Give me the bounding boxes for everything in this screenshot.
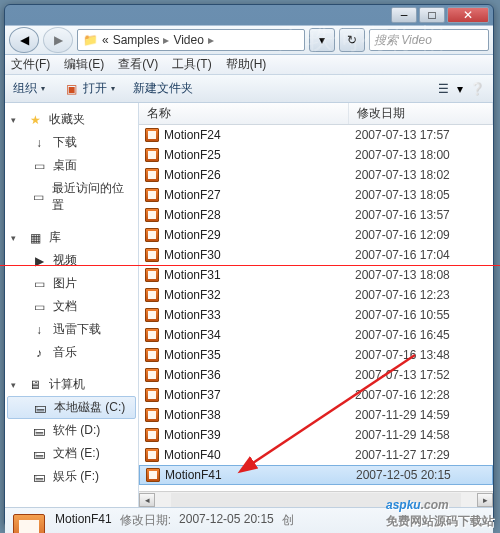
tree-item[interactable]: ▶视频 <box>5 249 138 272</box>
file-icon <box>146 468 160 482</box>
file-row[interactable]: MotionF342007-07-16 16:45 <box>139 325 493 345</box>
file-date: 2007-11-29 14:59 <box>349 408 493 422</box>
file-row[interactable]: MotionF332007-07-16 10:55 <box>139 305 493 325</box>
item-icon: ↓ <box>31 322 47 338</box>
tree-item[interactable]: ▭文档 <box>5 295 138 318</box>
file-icon <box>145 268 159 282</box>
menu-edit[interactable]: 编辑(E) <box>64 56 104 73</box>
breadcrumb[interactable]: « <box>102 33 109 47</box>
tree-group[interactable]: ▾▦库 <box>5 225 138 249</box>
file-name: MotionF38 <box>164 408 221 422</box>
col-name[interactable]: 名称 <box>139 103 349 124</box>
tree-item[interactable]: 🖴软件 (D:) <box>5 419 138 442</box>
organize-button[interactable]: 组织▾ <box>13 80 45 97</box>
file-name: MotionF30 <box>164 248 221 262</box>
file-icon <box>145 408 159 422</box>
file-row[interactable]: MotionF242007-07-13 17:57 <box>139 125 493 145</box>
item-label: 视频 <box>53 252 77 269</box>
file-icon <box>145 388 159 402</box>
file-row[interactable]: MotionF362007-07-13 17:52 <box>139 365 493 385</box>
close-button[interactable]: ✕ <box>447 7 489 23</box>
scroll-left-button[interactable]: ◂ <box>139 493 155 507</box>
file-row[interactable]: MotionF292007-07-16 12:09 <box>139 225 493 245</box>
tree-item[interactable]: ▭最近访问的位置 <box>5 177 138 217</box>
tree-item[interactable]: ▭图片 <box>5 272 138 295</box>
newfolder-button[interactable]: 新建文件夹 <box>133 80 193 97</box>
file-icon <box>145 448 159 462</box>
item-icon: ▭ <box>31 276 47 292</box>
tree-item[interactable]: 🖴文档 (E:) <box>5 442 138 465</box>
file-row[interactable]: MotionF252007-07-13 18:00 <box>139 145 493 165</box>
group-label: 库 <box>49 229 61 246</box>
expand-icon[interactable]: ▾ <box>11 380 21 390</box>
expand-icon[interactable]: ▾ <box>11 115 21 125</box>
file-row[interactable]: MotionF412007-12-05 20:15 <box>139 465 493 485</box>
file-row[interactable]: MotionF302007-07-16 17:04 <box>139 245 493 265</box>
file-name: MotionF32 <box>164 288 221 302</box>
open-button[interactable]: ▣ 打开▾ <box>63 80 115 97</box>
refresh-button[interactable]: ↻ <box>339 28 365 52</box>
minimize-button[interactable]: – <box>391 7 417 23</box>
file-row[interactable]: MotionF352007-07-16 13:48 <box>139 345 493 365</box>
menu-help[interactable]: 帮助(H) <box>226 56 267 73</box>
expand-icon[interactable]: ▾ <box>11 233 21 243</box>
file-icon <box>145 188 159 202</box>
menu-view[interactable]: 查看(V) <box>118 56 158 73</box>
item-label: 图片 <box>53 275 77 292</box>
file-date: 2007-07-16 16:45 <box>349 328 493 342</box>
file-icon <box>145 228 159 242</box>
file-row[interactable]: MotionF282007-07-16 13:57 <box>139 205 493 225</box>
item-icon: ♪ <box>31 345 47 361</box>
details-mod-label: 修改日期: <box>120 512 171 529</box>
file-row[interactable]: MotionF372007-07-16 12:28 <box>139 385 493 405</box>
menu-file[interactable]: 文件(F) <box>11 56 50 73</box>
breadcrumb[interactable]: Video <box>173 33 203 47</box>
help-icon[interactable]: ❔ <box>469 81 485 97</box>
file-row[interactable]: MotionF312007-07-13 18:08 <box>139 265 493 285</box>
back-button[interactable]: ◀ <box>9 27 39 53</box>
file-date: 2007-07-13 18:08 <box>349 268 493 282</box>
file-row[interactable]: MotionF382007-11-29 14:59 <box>139 405 493 425</box>
file-row[interactable]: MotionF322007-07-16 12:23 <box>139 285 493 305</box>
tree-item[interactable]: 🖴娱乐 (F:) <box>5 465 138 488</box>
group-icon: 🖥 <box>27 377 43 393</box>
file-name: MotionF36 <box>164 368 221 382</box>
maximize-button[interactable]: □ <box>419 7 445 23</box>
details-mod: 2007-12-05 20:15 <box>179 512 274 529</box>
chevron-down-icon: ▾ <box>111 84 115 93</box>
tree-item[interactable]: ♪音乐 <box>5 341 138 364</box>
menu-tools[interactable]: 工具(T) <box>172 56 211 73</box>
tree-item[interactable]: ↓下载 <box>5 131 138 154</box>
file-row[interactable]: MotionF392007-11-29 14:58 <box>139 425 493 445</box>
address-bar[interactable]: 📁 « Samples ▸ Video ▸ <box>77 29 305 51</box>
file-name: MotionF33 <box>164 308 221 322</box>
file-name: MotionF37 <box>164 388 221 402</box>
file-icon <box>145 148 159 162</box>
breadcrumb[interactable]: Samples <box>113 33 160 47</box>
file-rows: MotionF242007-07-13 17:57MotionF252007-0… <box>139 125 493 491</box>
file-row[interactable]: MotionF402007-11-27 17:29 <box>139 445 493 465</box>
file-name: MotionF28 <box>164 208 221 222</box>
file-name: MotionF41 <box>165 468 222 482</box>
view-icon[interactable]: ☰ <box>435 81 451 97</box>
titlebar: – □ ✕ <box>5 5 493 25</box>
file-date: 2007-12-05 20:15 <box>350 468 492 482</box>
forward-button[interactable]: ▶ <box>43 27 73 53</box>
item-label: 文档 (E:) <box>53 445 100 462</box>
file-date: 2007-07-16 13:57 <box>349 208 493 222</box>
open-icon: ▣ <box>63 81 79 97</box>
tree-item[interactable]: ▭桌面 <box>5 154 138 177</box>
tree-item[interactable]: ↓迅雷下载 <box>5 318 138 341</box>
item-icon: 🖴 <box>32 400 48 416</box>
tree-group[interactable]: ▾🖥计算机 <box>5 372 138 396</box>
file-date: 2007-07-16 12:28 <box>349 388 493 402</box>
dropdown-button[interactable]: ▾ <box>309 28 335 52</box>
file-row[interactable]: MotionF262007-07-13 18:02 <box>139 165 493 185</box>
chevron-down-icon: ▾ <box>41 84 45 93</box>
tree-item[interactable]: 🖴本地磁盘 (C:) <box>7 396 136 419</box>
file-row[interactable]: MotionF272007-07-13 18:05 <box>139 185 493 205</box>
search-input[interactable]: 搜索 Video <box>369 29 489 51</box>
col-date[interactable]: 修改日期 <box>349 103 493 124</box>
details-create-label: 创 <box>282 512 294 529</box>
tree-group[interactable]: ▾★收藏夹 <box>5 107 138 131</box>
